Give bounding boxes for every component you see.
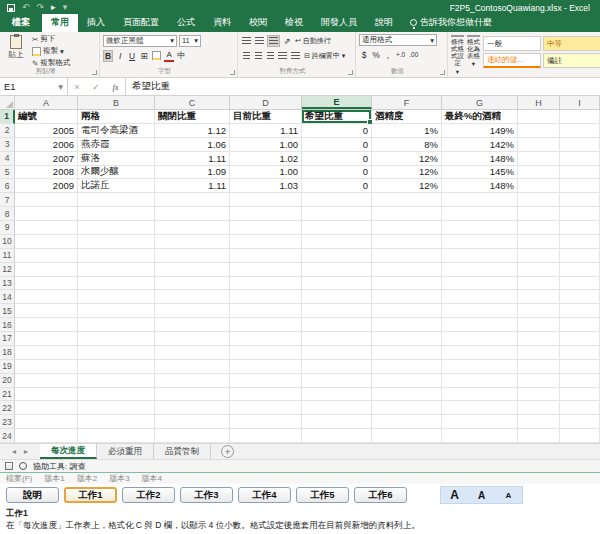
cell-B23[interactable] — [78, 415, 155, 429]
cell-A7[interactable] — [15, 193, 78, 207]
cell-B4[interactable]: 蘇洛 — [78, 152, 155, 166]
cell-C18[interactable] — [155, 346, 230, 360]
cell-F10[interactable] — [372, 235, 442, 249]
cell-E17[interactable] — [302, 332, 372, 346]
column-header-C[interactable]: C — [155, 96, 230, 109]
cell-A9[interactable] — [15, 221, 78, 235]
cell-C6[interactable]: 1.11 — [155, 179, 230, 193]
row-header-9[interactable]: 9 — [0, 221, 15, 235]
cell-C19[interactable] — [155, 360, 230, 374]
cell-H13[interactable] — [518, 277, 560, 291]
cell-D4[interactable]: 1.02 — [230, 152, 302, 166]
cell-C8[interactable] — [155, 207, 230, 221]
cell-A20[interactable] — [15, 374, 78, 388]
row-header-22[interactable]: 22 — [0, 401, 15, 415]
increase-decimal-button[interactable]: +.0 — [395, 49, 406, 61]
cell-F4[interactable]: 12% — [372, 152, 442, 166]
orientation-icon[interactable]: ⇗ — [282, 35, 292, 47]
cell-D17[interactable] — [230, 332, 302, 346]
cell-F16[interactable] — [372, 318, 442, 332]
cell-A18[interactable] — [15, 346, 78, 360]
tab-插入[interactable]: 插入 — [78, 14, 114, 32]
cell-G12[interactable] — [442, 263, 518, 277]
cell-G13[interactable] — [442, 277, 518, 291]
middle-align-icon[interactable] — [254, 35, 265, 47]
cell-H10[interactable] — [518, 235, 560, 249]
cell-H21[interactable] — [518, 388, 560, 402]
cell-D23[interactable] — [230, 415, 302, 429]
cell-E14[interactable] — [302, 290, 372, 304]
cell-H24[interactable] — [518, 429, 560, 443]
new-sheet-button[interactable]: + — [221, 445, 234, 458]
cell-E12[interactable] — [302, 263, 372, 277]
fill-color-button[interactable] — [151, 50, 162, 62]
clipboard-dialog-launcher[interactable] — [92, 70, 97, 75]
phonetic-guide-button[interactable]: 中 — [176, 50, 187, 62]
cell-A14[interactable] — [15, 290, 78, 304]
cell-E5[interactable]: 0 — [302, 166, 372, 180]
cell-G17[interactable] — [442, 332, 518, 346]
formula-input[interactable]: 希望比重 — [126, 78, 600, 95]
cell-B22[interactable] — [78, 401, 155, 415]
font-size-button-1[interactable]: A — [441, 487, 468, 503]
cell-G24[interactable] — [442, 429, 518, 443]
cell-A23[interactable] — [15, 415, 78, 429]
sheet-tab-品質管制[interactable]: 品質管制 — [154, 444, 211, 459]
cell-A10[interactable] — [15, 235, 78, 249]
cell-B12[interactable] — [78, 263, 155, 277]
cell-G4[interactable]: 148% — [442, 152, 518, 166]
cell-A21[interactable] — [15, 388, 78, 402]
cell-H8[interactable] — [518, 207, 560, 221]
cell-D21[interactable] — [230, 388, 302, 402]
cell-I3[interactable] — [560, 138, 600, 152]
tab-檢視[interactable]: 檢視 — [276, 14, 312, 32]
cell-D10[interactable] — [230, 235, 302, 249]
cell-I17[interactable] — [560, 332, 600, 346]
cell-E4[interactable]: 0 — [302, 152, 372, 166]
cell-C16[interactable] — [155, 318, 230, 332]
align-center-icon[interactable] — [253, 50, 263, 62]
insert-function-icon[interactable]: fx — [112, 82, 118, 92]
paste-button[interactable]: 貼上 — [3, 34, 29, 67]
cell-G9[interactable] — [442, 221, 518, 235]
cell-D9[interactable] — [230, 221, 302, 235]
format-as-table-button[interactable]: 格式化為表格▾ — [467, 34, 480, 67]
cell-G23[interactable] — [442, 415, 518, 429]
cell-B15[interactable] — [78, 304, 155, 318]
select-all-corner[interactable] — [0, 96, 15, 109]
column-header-F[interactable]: F — [372, 96, 442, 109]
cell-C4[interactable]: 1.11 — [155, 152, 230, 166]
borders-button[interactable]: ⊞ — [139, 50, 149, 62]
cell-G2[interactable]: 149% — [442, 124, 518, 138]
cell-C1[interactable]: 關閉比重 — [155, 110, 230, 124]
cell-F7[interactable] — [372, 193, 442, 207]
comma-button[interactable]: , — [383, 49, 393, 61]
cell-D20[interactable] — [230, 374, 302, 388]
row-header-3[interactable]: 3 — [0, 138, 15, 152]
name-box[interactable]: E1 ▾ — [0, 78, 68, 95]
cell-C22[interactable] — [155, 401, 230, 415]
cell-G11[interactable] — [442, 249, 518, 263]
cell-G1[interactable]: 最終%的酒精 — [442, 110, 518, 124]
row-header-14[interactable]: 14 — [0, 290, 15, 304]
row-header-16[interactable]: 16 — [0, 318, 15, 332]
cell-C5[interactable]: 1.09 — [155, 166, 230, 180]
cell-D2[interactable]: 1.11 — [230, 124, 302, 138]
cell-H3[interactable] — [518, 138, 560, 152]
cell-F14[interactable] — [372, 290, 442, 304]
cell-E16[interactable] — [302, 318, 372, 332]
cell-style-3[interactable]: 連結的儲... — [483, 53, 541, 68]
cell-A11[interactable] — [15, 249, 78, 263]
cell-F20[interactable] — [372, 374, 442, 388]
cancel-icon[interactable]: × — [74, 82, 79, 92]
cell-C17[interactable] — [155, 332, 230, 346]
cell-B7[interactable] — [78, 193, 155, 207]
cell-G3[interactable]: 142% — [442, 138, 518, 152]
cell-C7[interactable] — [155, 193, 230, 207]
row-header-24[interactable]: 24 — [0, 429, 15, 443]
underline-button[interactable]: U — [127, 50, 137, 62]
task-button-工作2[interactable]: 工作2 — [122, 487, 175, 503]
cell-E1[interactable]: 希望比重 — [302, 110, 372, 124]
cell-D3[interactable]: 1.00 — [230, 138, 302, 152]
cell-F3[interactable]: 8% — [372, 138, 442, 152]
